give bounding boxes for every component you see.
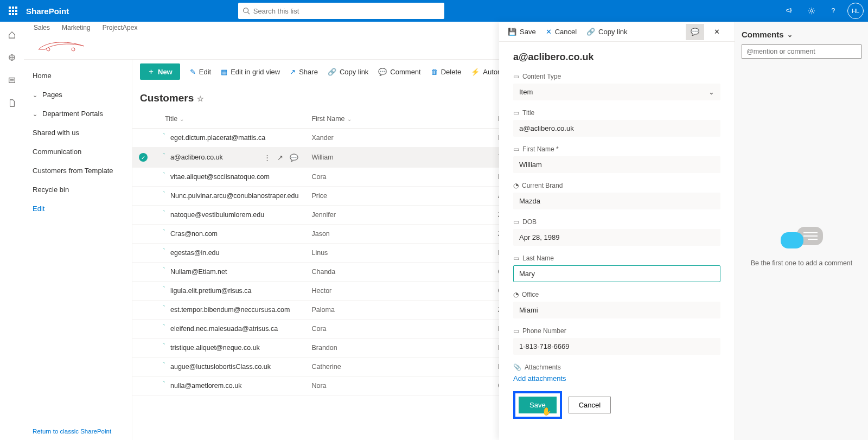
row-title-cell[interactable]: ⌝tristique.aliquet@neque.co.uk (158, 339, 305, 358)
grid-icon: ▦ (221, 68, 227, 76)
new-indicator-icon: ⌝ (163, 305, 165, 310)
row-select-cell[interactable] (132, 358, 158, 377)
panel-cancel-button[interactable]: ✕Cancel (546, 28, 577, 36)
grid-label: Edit in grid view (231, 68, 280, 76)
row-first-cell: Catherine (305, 358, 492, 377)
app-launcher[interactable] (4, 2, 22, 20)
row-title-cell[interactable]: ⌝est.tempor.bibendum@neccursusa.com (158, 301, 305, 320)
row-select-cell[interactable] (132, 263, 158, 282)
news-icon[interactable] (7, 75, 17, 86)
nav-customers[interactable]: Customers from Template (33, 161, 132, 180)
svg-rect-3 (9, 10, 11, 12)
row-title-cell[interactable]: ⌝natoque@vestibulumlorem.edu (158, 206, 305, 225)
phone-value[interactable]: 1-813-718-6669 (513, 338, 720, 355)
nav-pages[interactable]: ⌄Pages (33, 85, 132, 104)
comment-input[interactable] (742, 44, 861, 59)
cancel-button[interactable]: Cancel (569, 397, 611, 413)
comment-toggle[interactable]: 💬 (686, 24, 704, 40)
grid-button[interactable]: ▦Edit in grid view (221, 68, 280, 76)
lbl-dob: ▭DOB (513, 218, 720, 226)
save-button[interactable]: Save✋ (519, 397, 557, 413)
user-avatar[interactable]: HL (847, 3, 864, 19)
row-title-cell[interactable]: ⌝Cras@non.com (158, 225, 305, 244)
site-tab-sales[interactable]: Sales (34, 24, 50, 31)
nav-shared[interactable]: Shared with us (33, 123, 132, 142)
add-attachments-link[interactable]: Add attachments (513, 374, 720, 382)
search-input[interactable] (253, 7, 440, 15)
row-select-cell[interactable] (132, 377, 158, 396)
col-title[interactable]: Title⌄ (158, 110, 305, 129)
title-value[interactable]: a@aclibero.co.uk (513, 120, 720, 137)
settings-icon[interactable] (804, 3, 819, 18)
help-icon[interactable]: ? (826, 3, 841, 18)
row-first-cell: Jason (305, 225, 492, 244)
row-select-cell[interactable] (132, 339, 158, 358)
trash-icon: 🗑 (431, 68, 438, 76)
row-title-cell[interactable]: ⌝nulla@ametlorem.co.uk (158, 377, 305, 396)
nav-edit[interactable]: Edit (33, 199, 132, 218)
contenttype-select[interactable]: Item⌄ (513, 84, 720, 100)
comment-icon[interactable]: 💬 (290, 154, 298, 162)
row-first-cell: Linus (305, 244, 492, 263)
share-button[interactable]: ↗Share (290, 68, 318, 76)
panel-close[interactable]: ✕ (707, 24, 726, 40)
row-select-cell[interactable] (132, 244, 158, 263)
col-first[interactable]: First Name⌄ (305, 110, 492, 129)
nav-department-portals[interactable]: ⌄Department Portals (33, 104, 132, 123)
site-tab-marketing[interactable]: Marketing (62, 24, 91, 31)
brand-value[interactable]: Mazda (513, 193, 720, 209)
home-icon[interactable] (7, 29, 17, 40)
row-select-cell[interactable] (132, 301, 158, 320)
nav-home[interactable]: Home (33, 66, 132, 85)
row-title-cell[interactable]: ⌝eleifend.nec.malesuada@atrisus.ca (158, 320, 305, 339)
link-icon: 🔗 (328, 68, 336, 76)
ellipsis-icon[interactable]: ⋮ (264, 154, 271, 162)
row-title-cell[interactable]: ⌝a@aclibero.co.uk⋮↗💬 (158, 148, 305, 168)
delete-button[interactable]: 🗑Delete (431, 68, 462, 76)
files-icon[interactable] (7, 98, 17, 109)
row-title-cell[interactable]: ⌝ligula.elit.pretium@risus.ca (158, 282, 305, 301)
globe-icon[interactable] (7, 52, 17, 63)
search-box[interactable] (238, 3, 444, 19)
row-select-cell[interactable] (132, 225, 158, 244)
left-rail (0, 22, 24, 440)
row-title-cell[interactable]: ⌝Nullam@Etiam.net (158, 263, 305, 282)
row-select-cell[interactable] (132, 320, 158, 339)
new-button[interactable]: ＋New (140, 63, 180, 80)
comment-button[interactable]: 💬Comment (378, 68, 420, 76)
row-select-cell[interactable] (132, 168, 158, 187)
svg-rect-8 (15, 13, 17, 15)
favorite-icon[interactable]: ☆ (197, 94, 204, 103)
panel-copylink-button[interactable]: 🔗Copy link (586, 28, 627, 36)
comments-heading[interactable]: Comments⌄ (742, 30, 861, 39)
comment-bubbles-icon (777, 225, 826, 252)
row-title-cell[interactable]: ⌝vitae.aliquet@sociisnatoque.com (158, 168, 305, 187)
row-select-cell[interactable] (132, 129, 158, 148)
row-title-cell[interactable]: ⌝augue@luctuslobortisClass.co.uk (158, 358, 305, 377)
nav-communication[interactable]: Communication (33, 142, 132, 161)
return-classic-link[interactable]: Return to classic SharePoint (33, 428, 111, 435)
new-indicator-icon: ⌝ (163, 381, 165, 386)
lastname-input[interactable] (513, 265, 720, 282)
svg-rect-1 (12, 7, 14, 9)
row-select-cell[interactable] (132, 282, 158, 301)
share-icon[interactable]: ↗ (277, 154, 283, 162)
office-value[interactable]: Miami (513, 302, 720, 318)
svg-rect-0 (9, 7, 11, 9)
new-indicator-icon: ⌝ (163, 133, 165, 138)
firstname-value[interactable]: William (513, 156, 720, 173)
row-title-cell[interactable]: ⌝eget.dictum.placerat@mattis.ca (158, 129, 305, 148)
row-select-cell[interactable] (132, 187, 158, 206)
dob-value[interactable]: Apr 28, 1989 (513, 229, 720, 246)
panel-save-button[interactable]: 💾Save (508, 28, 536, 36)
site-tab-projectapex[interactable]: ProjectApex (103, 24, 138, 31)
fld-attachments: 📎Attachments Add attachments (513, 364, 720, 382)
row-title-cell[interactable]: ⌝Nunc.pulvinar.arcu@conubianostraper.edu (158, 187, 305, 206)
row-title-cell[interactable]: ⌝egestas@in.edu (158, 244, 305, 263)
edit-button[interactable]: ✎Edit (190, 68, 211, 76)
nav-recycle[interactable]: Recycle bin (33, 180, 132, 199)
row-select-cell[interactable]: ✓ (132, 148, 158, 168)
copylink-button[interactable]: 🔗Copy link (328, 68, 368, 76)
row-select-cell[interactable] (132, 206, 158, 225)
megaphone-icon[interactable] (782, 3, 797, 18)
